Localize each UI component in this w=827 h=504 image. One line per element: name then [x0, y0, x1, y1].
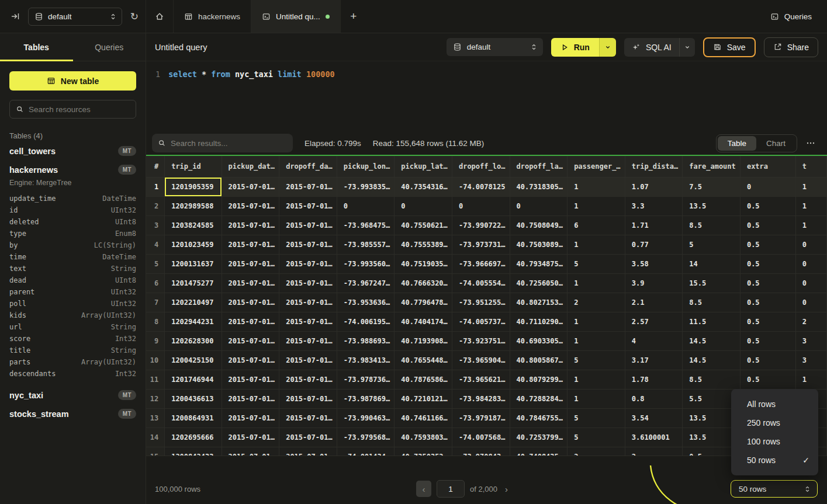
cell[interactable]: 40.7934875… — [510, 254, 568, 273]
cell[interactable]: 2015-07-01… — [222, 408, 279, 427]
column-header-pickup-dat[interactable]: pickup_dat… — [222, 156, 279, 177]
cell[interactable]: 0 — [740, 177, 795, 196]
cell[interactable]: 40.7846755… — [510, 408, 568, 427]
results-search-input[interactable] — [171, 139, 287, 148]
cell[interactable]: 0 — [795, 254, 826, 273]
cell[interactable]: 2015-07-01… — [222, 215, 279, 235]
run-button[interactable]: Run — [551, 38, 599, 57]
next-page-button[interactable]: › — [503, 484, 510, 494]
cell[interactable]: 0 — [395, 196, 452, 215]
cell[interactable]: 1 — [568, 177, 625, 196]
cell[interactable]: 40.7461166… — [395, 408, 452, 427]
cell[interactable]: 2015-07-01… — [222, 427, 279, 447]
cell[interactable]: 40.7519035… — [395, 254, 452, 273]
cell[interactable]: 40.7354316… — [395, 177, 452, 196]
cell[interactable]: -73.951255… — [452, 293, 510, 312]
cell[interactable]: -73.990722… — [452, 215, 510, 235]
cell[interactable]: 4 — [625, 331, 683, 350]
cell[interactable]: 14.5 — [683, 350, 741, 370]
sidebar-table-cell_towers[interactable]: cell_towersMT — [0, 141, 146, 160]
cell[interactable]: 2015-07-01… — [279, 389, 337, 408]
tab-untitled-query[interactable]: Untitled qu... — [251, 0, 341, 33]
view-tab-chart[interactable]: Chart — [756, 136, 795, 151]
more-options-icon[interactable] — [803, 138, 818, 148]
cell[interactable]: 2 — [568, 293, 625, 312]
cell[interactable]: 3.54 — [625, 408, 683, 427]
cell[interactable]: -73.979568… — [337, 427, 395, 447]
cell[interactable]: 40.7256050… — [510, 273, 568, 293]
cell[interactable]: -73.923751… — [452, 331, 510, 350]
cell[interactable]: -73.978736… — [337, 370, 395, 389]
cell[interactable]: 0.5 — [740, 370, 795, 389]
cell[interactable]: 14.5 — [683, 331, 741, 350]
sql-ai-button[interactable]: SQL AI — [624, 38, 679, 57]
cell[interactable]: 0 — [795, 273, 826, 293]
cell[interactable]: 40.7555389… — [395, 235, 452, 254]
cell[interactable]: -73.985557… — [337, 235, 395, 254]
collapse-sidebar-icon[interactable] — [11, 12, 20, 21]
cell[interactable]: 40.7876586… — [395, 370, 452, 389]
cell[interactable]: 2 — [795, 312, 826, 331]
cell[interactable]: 0 — [795, 235, 826, 254]
cell[interactable]: 0.5 — [740, 254, 795, 273]
cell[interactable]: 7.5 — [683, 177, 741, 196]
cell[interactable]: 2015-07-01… — [279, 447, 337, 456]
cell[interactable]: 8.5 — [683, 370, 741, 389]
cell[interactable]: -74.006195… — [337, 312, 395, 331]
cell[interactable]: 1.78 — [625, 370, 683, 389]
cell[interactable]: 1202989588 — [165, 196, 222, 215]
cell[interactable]: 1 — [568, 235, 625, 254]
menu-item-all-rows[interactable]: All rows — [731, 395, 818, 413]
sidebar-tab-tables[interactable]: Tables — [0, 33, 73, 61]
cell[interactable]: 15.5 — [683, 273, 741, 293]
cell[interactable]: 3.3 — [625, 196, 683, 215]
cell[interactable]: 2015-07-01… — [222, 370, 279, 389]
cell[interactable]: 1200436613 — [165, 389, 222, 408]
cell[interactable]: 2.57 — [625, 312, 683, 331]
cell[interactable]: 2015-07-01… — [222, 331, 279, 350]
cell[interactable]: 2015-07-01… — [279, 331, 337, 350]
cell[interactable]: 1 — [568, 331, 625, 350]
cell[interactable]: 1201905359 — [165, 177, 222, 196]
cell[interactable]: 40.8079299… — [510, 370, 568, 389]
cell[interactable]: -73.983413… — [337, 350, 395, 370]
cell[interactable]: 40.7210121… — [395, 389, 452, 408]
cell[interactable]: 40.7550621… — [395, 215, 452, 235]
cell[interactable]: 40.7350352 — [395, 447, 452, 456]
cell[interactable]: 14 — [683, 254, 741, 273]
cell[interactable]: 2015-07-01… — [279, 293, 337, 312]
cell[interactable]: 40.7288284… — [510, 389, 568, 408]
cell[interactable]: 0 — [337, 196, 395, 215]
cell[interactable]: -74.001434 — [337, 447, 395, 456]
column-header-extra[interactable]: extra — [740, 156, 795, 177]
column-header-t[interactable]: t — [795, 156, 826, 177]
sidebar-tab-queries[interactable]: Queries — [73, 33, 146, 61]
cell[interactable]: -73.987869… — [337, 389, 395, 408]
cell[interactable]: 0.5 — [740, 196, 795, 215]
cell[interactable]: 40.7404174… — [395, 312, 452, 331]
cell[interactable]: 40.7666320… — [395, 273, 452, 293]
tab-hackernews[interactable]: hackernews — [174, 0, 251, 33]
tab-home[interactable] — [146, 0, 174, 33]
cell[interactable]: -73.966697… — [452, 254, 510, 273]
cell[interactable]: -73.993835… — [337, 177, 395, 196]
column-header-trip-dista[interactable]: trip_dista… — [625, 156, 683, 177]
column-header-dropoff-da[interactable]: dropoff_da… — [279, 156, 337, 177]
page-number-input[interactable] — [437, 480, 465, 498]
cell[interactable]: 2015-07-01… — [279, 254, 337, 273]
cell[interactable]: 0.5 — [740, 293, 795, 312]
cell[interactable]: 1 — [568, 312, 625, 331]
cell[interactable]: 1.07 — [625, 177, 683, 196]
cell[interactable]: 40.7408435 — [510, 447, 568, 456]
menu-item-50-rows[interactable]: 50 rows✓ — [731, 451, 818, 470]
cell[interactable]: 0 — [510, 196, 568, 215]
column-header-pickup-lat[interactable]: pickup_lat… — [395, 156, 452, 177]
cell[interactable]: 0.5 — [740, 215, 795, 235]
cell[interactable]: 40.7655448… — [395, 350, 452, 370]
cell[interactable]: 1200864931 — [165, 408, 222, 427]
cell[interactable]: 2015-07-01… — [222, 273, 279, 293]
cell[interactable]: -73.988693… — [337, 331, 395, 350]
cell[interactable]: 1200842433 — [165, 447, 222, 456]
cell[interactable]: 2015-07-01… — [222, 177, 279, 196]
page-size-select[interactable]: 50 rows — [731, 480, 818, 498]
